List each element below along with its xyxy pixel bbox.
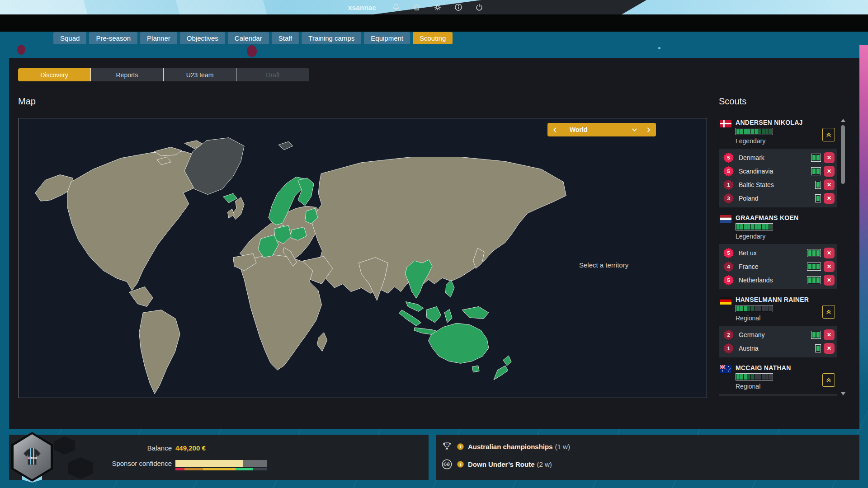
main-tab-bar: Squad Pre-season Planner Objectives Cale… <box>0 32 868 45</box>
mission-count: 1 <box>723 180 734 190</box>
mission-actions: ✕ <box>807 248 835 258</box>
scout-header: HANSELMANN RAINERRegional <box>719 295 837 322</box>
subtab-u23-team[interactable]: U23 team <box>164 68 236 81</box>
event-info-icon[interactable]: i <box>457 443 464 450</box>
scouts-scrollbar <box>840 118 845 396</box>
progress-cell <box>812 332 816 338</box>
tab-squad[interactable]: Squad <box>53 32 86 44</box>
scout-name[interactable]: HANSELMANN RAINER <box>736 296 809 303</box>
scout-name[interactable]: MCCAIG NATHAN <box>736 364 791 371</box>
mission-row: 5BeLux✕ <box>719 246 837 260</box>
cancel-mission-button[interactable]: ✕ <box>824 275 835 286</box>
promote-scout-button[interactable] <box>822 128 835 141</box>
cancel-mission-button[interactable]: ✕ <box>824 248 835 258</box>
event-row[interactable]: 1 i Australian championships (1 w) <box>441 441 570 453</box>
skill-segment <box>751 129 754 134</box>
mission-count-badge: 5 <box>723 166 734 177</box>
skill-segment <box>769 129 772 134</box>
event-row[interactable]: i Down Under’s Route (2 w) <box>441 458 552 470</box>
territory-selector[interactable]: World <box>547 123 656 136</box>
tab-planner[interactable]: Planner <box>140 32 177 44</box>
scout-level: Regional <box>736 383 791 390</box>
scout-entry: HANSELMANN RAINERRegional2Germany✕1Austr… <box>719 295 837 357</box>
tab-scouting[interactable]: Scouting <box>413 32 453 44</box>
world-map[interactable] <box>19 118 707 398</box>
notifications-bell-icon[interactable] <box>392 3 401 12</box>
subtab-discovery[interactable]: Discovery <box>18 68 91 81</box>
mission-progress-icon <box>811 154 821 162</box>
mission-count-badge: 5 <box>723 153 734 163</box>
mission-progress-icon <box>811 167 821 175</box>
chevron-down-icon[interactable] <box>632 127 637 133</box>
skill-segment <box>762 224 765 230</box>
skill-segment <box>736 374 740 380</box>
trophy-count: 1 <box>446 442 448 446</box>
power-icon[interactable] <box>475 3 484 12</box>
tab-pre-season[interactable]: Pre-season <box>89 32 137 44</box>
subtab-reports[interactable]: Reports <box>91 68 164 81</box>
sub-tab-bar: Discovery Reports U23 team Draft <box>18 68 309 81</box>
scout-name[interactable]: ANDERSEN NIKOLAJ <box>736 119 803 126</box>
subtab-draft[interactable]: Draft <box>236 68 309 81</box>
cancel-mission-button[interactable]: ✕ <box>824 166 835 177</box>
main-content-panel: Discovery Reports U23 team Draft Map Sco… <box>9 58 859 429</box>
settings-gear-icon[interactable] <box>433 3 442 12</box>
skill-segment <box>751 224 754 230</box>
tab-equipment[interactable]: Equipment <box>364 32 410 44</box>
topbar-decoration-right <box>622 0 868 14</box>
promote-scout-button[interactable] <box>822 305 835 319</box>
event-info-icon[interactable]: i <box>457 461 464 468</box>
tab-objectives[interactable]: Objectives <box>180 32 225 44</box>
skill-segment <box>740 306 743 311</box>
scout-level: Regional <box>736 314 809 322</box>
skill-segment <box>765 306 769 311</box>
team-badge[interactable]: DSM <box>11 432 53 482</box>
skill-segment <box>769 306 772 311</box>
event-name: Australian championships <box>468 443 553 450</box>
skill-segment <box>765 224 769 230</box>
mission-count-badge: 5 <box>723 248 734 258</box>
flag-australia-icon <box>720 365 731 373</box>
scout-header: ANDERSEN NIKOLAJLegendary <box>719 118 837 145</box>
tab-staff[interactable]: Staff <box>272 32 299 44</box>
skill-segment <box>758 306 761 311</box>
cancel-mission-button[interactable]: ✕ <box>824 152 835 163</box>
mission-progress-icon <box>807 249 821 257</box>
tab-training-camps[interactable]: Training camps <box>302 32 361 44</box>
sponsor-scale-segment <box>203 468 236 470</box>
mission-territory-label: Germany <box>739 331 765 338</box>
mission-actions: ✕ <box>815 343 835 354</box>
scroll-up-arrow-icon[interactable] <box>841 119 845 122</box>
skill-segment <box>765 129 769 134</box>
mission-progress-icon <box>815 344 821 352</box>
cancel-mission-button[interactable]: ✕ <box>824 343 835 354</box>
scout-missions: 5Denmark✕5Scandinavia✕1Baltic States✕3Po… <box>719 149 837 207</box>
scout-skill-bar <box>736 373 773 380</box>
info-icon[interactable] <box>454 3 463 12</box>
skill-segment <box>736 129 740 134</box>
cancel-mission-button[interactable]: ✕ <box>824 179 835 190</box>
promote-scout-button[interactable] <box>822 373 835 387</box>
scout-name[interactable]: GRAAFMANS KOEN <box>736 214 799 221</box>
balance-label: Balance <box>59 444 172 452</box>
cancel-mission-button[interactable]: ✕ <box>824 193 835 204</box>
scout-missions: 5BeLux✕4France✕5Netherlands✕ <box>719 244 837 289</box>
cancel-mission-button[interactable]: ✕ <box>824 261 835 272</box>
mission-territory-label: Poland <box>739 195 759 202</box>
scout-level: Legendary <box>736 233 799 240</box>
scout-info: HANSELMANN RAINERRegional <box>736 296 809 322</box>
cancel-mission-button[interactable]: ✕ <box>824 329 835 340</box>
tab-calendar[interactable]: Calendar <box>228 32 269 44</box>
event-duration: (2 w) <box>537 460 552 468</box>
mission-count-badge: 3 <box>723 193 734 204</box>
skill-segment <box>762 374 765 380</box>
scroll-down-arrow-icon[interactable] <box>841 392 845 395</box>
mission-actions: ✕ <box>811 166 835 177</box>
upcoming-events-panel: 1 i Australian championships (1 w) i Dow… <box>436 435 859 480</box>
skill-segment <box>751 306 754 311</box>
chevron-left-icon[interactable] <box>552 127 558 133</box>
home-icon[interactable] <box>412 3 421 12</box>
scrollbar-thumb[interactable] <box>841 125 845 184</box>
chevron-right-icon[interactable] <box>646 127 651 133</box>
progress-cell <box>816 332 820 338</box>
